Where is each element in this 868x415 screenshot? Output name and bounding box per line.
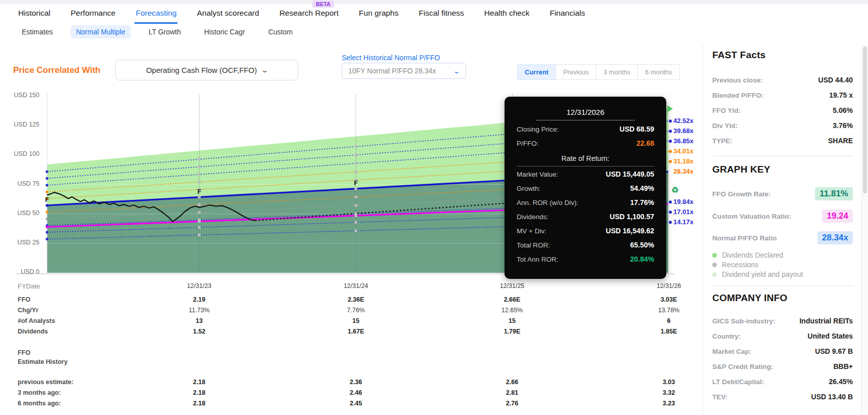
fast-fact-label: Div Yld:	[712, 122, 738, 130]
gridline-dot	[198, 173, 201, 176]
company-info-label: TEV:	[712, 393, 727, 401]
gridline-dot	[198, 203, 201, 206]
tooltip-mv-div: USD 16,549.62	[606, 227, 654, 235]
fiscal-year-marker: F	[354, 180, 357, 187]
line-start-dot	[45, 218, 48, 220]
gics-sub-industry-value: Industrial REITs	[799, 317, 853, 325]
tooltip-label: P/FFO:	[517, 140, 539, 147]
tooltip-label: Closing Price:	[517, 126, 559, 133]
table-row-dividends: Dividends 1.52 1.67E 1.79E 1.85E	[0, 328, 708, 337]
line-end-dot	[669, 119, 672, 122]
graph-key-label: Custom Valuation Ratio:	[712, 213, 791, 220]
tooltip-ror-heading: Rate of Return:	[517, 154, 654, 167]
gridline-dot	[354, 145, 357, 148]
market-cap-value: USD 9.67 B	[815, 347, 853, 355]
tooltip-closing-price: USD 68.59	[620, 125, 654, 133]
tooltip-pffo: 22.68	[636, 139, 654, 147]
company-info-label: S&P Credit Rating:	[712, 363, 773, 370]
line-end-dot	[669, 200, 672, 203]
tooltip-label: MV + Div:	[517, 227, 546, 235]
table-row-3-months-ago: 3 months ago: 2.18 2.46 2.81 3.32	[0, 389, 708, 398]
tooltip-growth: 54.49%	[630, 184, 654, 192]
legend-dot-icon	[712, 263, 717, 267]
lt-debt-capital-value: 26.45%	[829, 378, 853, 386]
line-end-dot	[669, 130, 672, 133]
gridline-dot	[198, 158, 201, 161]
sp-credit-rating-value: BBB+	[833, 362, 853, 370]
x-tick: 12/31/23	[164, 282, 235, 289]
tooltip-label: Tot Ann ROR:	[517, 256, 559, 263]
x-tick: 12/31/26	[633, 282, 704, 289]
gridline-dot	[354, 187, 357, 190]
gridline-dot	[198, 220, 201, 223]
divider	[712, 156, 853, 156]
gridline-dot	[354, 153, 357, 156]
company-info-label: LT Debt/Capital:	[712, 378, 764, 386]
gridline-dot	[198, 211, 201, 214]
gridline-dot	[354, 162, 357, 165]
legend-dividends-declared: Dividends Declared	[712, 251, 783, 259]
scrollbar-thumb[interactable]	[863, 47, 867, 193]
line-end-dot	[669, 211, 672, 214]
line-start-dot	[45, 231, 48, 233]
tev-value: USD 13.40 B	[811, 393, 853, 401]
tooltip-date: 12/31/2026	[536, 108, 635, 120]
gridline-dot	[354, 195, 357, 198]
fastgraphs-forecasting-page: Historical Performance Forecasting Analy…	[0, 0, 868, 415]
x-tick: 12/31/24	[321, 282, 391, 289]
type-value: SHARE	[828, 137, 853, 145]
gridline-dot	[198, 233, 201, 236]
fast-fact-label: Previous close:	[712, 76, 763, 84]
table-row-chg-yr: Chg/Yr 11.73% 7.76% 12.65% 13.78%	[0, 307, 708, 316]
legend-dot-icon	[712, 253, 717, 258]
normal-pffo-ratio-badge: 28.34x	[817, 231, 853, 244]
fast-fact-label: TYPE:	[712, 137, 733, 145]
line-start-dot	[45, 177, 48, 180]
gridline-dot	[354, 229, 357, 232]
scrollbar[interactable]	[861, 45, 868, 415]
tooltip-tot-ann-ror: 20.84%	[630, 255, 654, 263]
fast-fact-label: Blended P/FFO:	[712, 92, 763, 99]
tooltip-label: Ann. ROR (w/o Div):	[517, 199, 578, 206]
fydate-row: FYDate 12/31/23 12/31/24 12/31/25 12/31/…	[0, 282, 708, 292]
table-row-6-months-ago: 6 months ago: 2.18 2.45 2.76 3.23	[0, 400, 708, 409]
custom-valuation-ratio-badge: 19.24	[822, 210, 853, 223]
div-yld-value: 3.76%	[833, 121, 853, 130]
table-row-analysts: #of Analysts 13 15 15 6	[0, 317, 708, 326]
blended-pffo-value: 19.75 x	[829, 91, 853, 99]
gridline-dot	[354, 170, 357, 173]
ffo-yld-value: 5.06%	[833, 106, 853, 114]
company-info-label: Market Cap:	[712, 348, 751, 355]
tooltip-label: Growth:	[517, 185, 540, 192]
previous-close-value: USD 44.40	[818, 76, 853, 84]
country-value: United States	[808, 332, 853, 340]
tooltip-label: Market Value:	[517, 171, 558, 178]
tooltip-label: Dividends:	[517, 213, 549, 221]
legend-recessions: Recessions	[712, 261, 758, 269]
company-info-label: Country:	[712, 333, 741, 340]
line-end-dot	[669, 160, 672, 163]
table-row-ffo: FFO 2.19 2.36E 2.66E 3.03E	[0, 296, 708, 305]
graph-key-label: FFO Growth Rate:	[712, 190, 771, 198]
divider	[712, 285, 853, 286]
fiscal-year-marker: F	[197, 188, 201, 195]
fiscal-year-marker: F	[45, 196, 49, 203]
legend-dot-icon	[712, 272, 717, 277]
gridline-dot	[198, 165, 201, 169]
tooltip-ann-ror: 17.76%	[630, 198, 654, 206]
ffo-estimate-history-label: FFO Estimate History	[18, 348, 68, 366]
gridline-dot	[198, 181, 201, 184]
line-start-dot	[45, 226, 48, 228]
company-info-label: GICS Sub-industry:	[712, 317, 775, 325]
fydate-label: FYDate	[18, 282, 40, 290]
line-start-dot	[45, 211, 48, 214]
gridline-dot	[354, 204, 357, 207]
line-end-dot	[669, 221, 672, 224]
gridline-dot	[198, 196, 201, 199]
legend-dividend-yield-payout: Dividend yield and payout	[712, 270, 803, 278]
graph-key-title: GRAPH KEY	[712, 164, 770, 175]
gridline-dot	[354, 214, 357, 217]
right-sidebar: FAST Facts Previous close:USD 44.40 Blen…	[703, 45, 861, 415]
tooltip-market-value: USD 15,449.05	[606, 170, 654, 178]
line-end-dot	[669, 140, 672, 143]
